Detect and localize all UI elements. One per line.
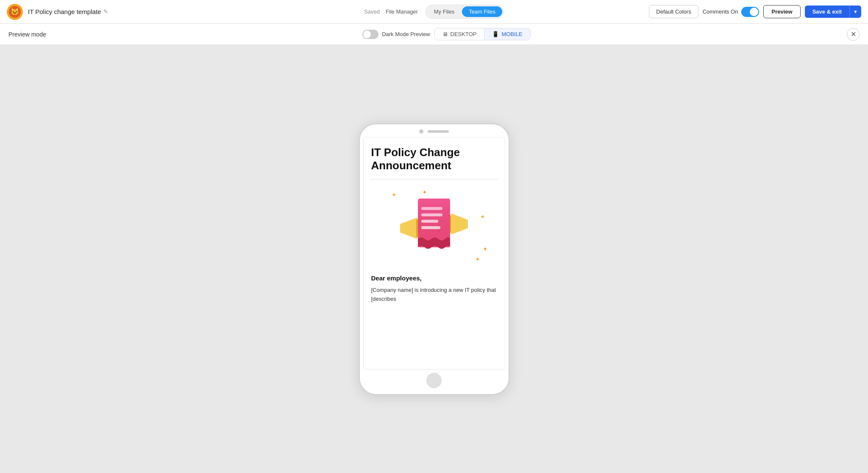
mobile-icon: 📱 (492, 31, 499, 37)
illustration-container: ✦ ✦ ✦ ✦ ✦ (371, 188, 497, 264)
dark-mode-toggle[interactable] (362, 30, 378, 39)
phone-content-inner: IT Policy Change Announcement ✦ ✦ ✦ ✦ ✦ (364, 137, 505, 317)
phone-camera (419, 129, 423, 134)
star-decoration-2: ✦ (422, 189, 427, 196)
logo-inner: 🐱 (9, 6, 21, 18)
preview-bar: Preview mode Dark Mode Preview 🖥 DESKTOP… (0, 24, 868, 45)
save-exit-group: Save & exit ▾ (805, 6, 861, 18)
nav-right: Default Colors Comments On Preview Save … (649, 5, 861, 18)
preview-bar-center: Dark Mode Preview 🖥 DESKTOP 📱 MOBILE (362, 28, 530, 40)
dark-mode-label: Dark Mode Preview (382, 31, 430, 37)
files-toggle-group: My Files Team Files (426, 5, 504, 19)
email-title: IT Policy Change Announcement (371, 146, 497, 172)
star-decoration-3: ✦ (480, 213, 485, 220)
star-decoration-4: ✦ (483, 246, 488, 252)
comments-toggle[interactable] (741, 7, 759, 17)
save-exit-button[interactable]: Save & exit (805, 6, 849, 18)
star-decoration-1: ✦ (392, 191, 397, 198)
svg-marker-2 (451, 213, 468, 235)
edit-icon[interactable]: ✎ (103, 8, 108, 15)
close-preview-button[interactable]: ✕ (847, 28, 860, 41)
main-content: IT Policy Change Announcement ✦ ✦ ✦ ✦ ✦ (0, 45, 868, 473)
comments-section: Comments On (703, 7, 760, 17)
close-icon: ✕ (851, 30, 856, 38)
nav-center: Saved File Manager My Files Team Files (364, 5, 504, 19)
top-navigation: 🐱 IT Policy change template ✎ Saved File… (0, 0, 868, 24)
phone-bottom-bar (360, 369, 509, 394)
dark-mode-wrapper: Dark Mode Preview (362, 30, 430, 39)
body-text: [Company name] is introducing a new IT p… (371, 286, 497, 304)
file-manager-link[interactable]: File Manager (386, 8, 418, 15)
desktop-button[interactable]: 🖥 DESKTOP (435, 28, 484, 40)
document-title: IT Policy change template ✎ (28, 8, 644, 15)
svg-rect-9 (418, 199, 450, 239)
preview-mode-label: Preview mode (8, 31, 46, 38)
phone-speaker (428, 130, 449, 133)
svg-marker-0 (400, 218, 417, 239)
phone-content: IT Policy Change Announcement ✦ ✦ ✦ ✦ ✦ (363, 137, 505, 369)
logo: 🐱 (7, 4, 23, 20)
dear-text: Dear employees, (371, 274, 497, 282)
default-colors-button[interactable]: Default Colors (649, 5, 698, 18)
home-button[interactable] (426, 373, 442, 388)
desktop-icon: 🖥 (442, 31, 448, 37)
team-files-button[interactable]: Team Files (462, 6, 502, 17)
preview-button[interactable]: Preview (763, 5, 800, 18)
save-exit-dropdown-button[interactable]: ▾ (849, 6, 861, 18)
phone-mockup: IT Policy Change Announcement ✦ ✦ ✦ ✦ ✦ (359, 123, 509, 395)
star-decoration-5: ✦ (475, 256, 480, 263)
email-divider (371, 179, 497, 179)
my-files-button[interactable]: My Files (427, 6, 461, 17)
announcement-illustration (396, 190, 472, 262)
device-toggle-group: 🖥 DESKTOP 📱 MOBILE (434, 28, 531, 40)
saved-status: Saved (364, 8, 380, 15)
mobile-button[interactable]: 📱 MOBILE (484, 28, 530, 40)
logo-face: 🐱 (11, 8, 19, 16)
comments-label: Comments On (703, 8, 738, 15)
email-body: Dear employees, [Company name] is introd… (371, 274, 497, 311)
phone-top-bar (360, 124, 509, 137)
